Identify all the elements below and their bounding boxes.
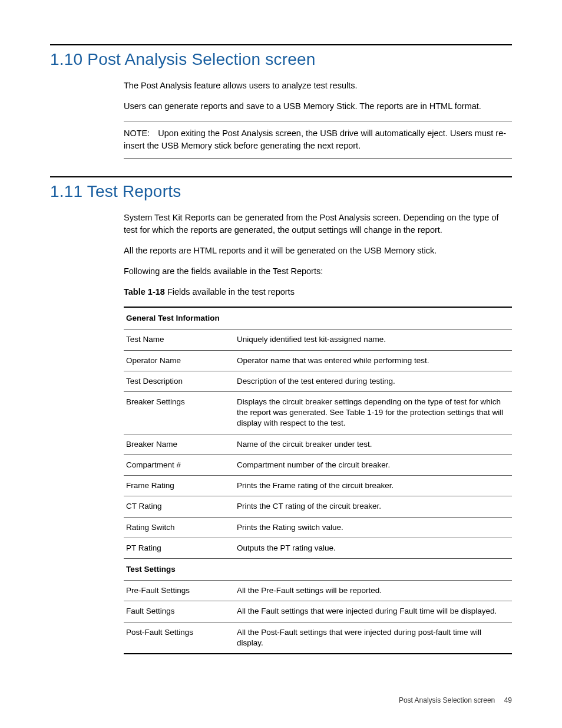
footer-page-number: 49: [504, 696, 512, 704]
field-label: Test Name: [124, 330, 234, 350]
table-caption-text: Fields available in the test reports: [165, 287, 295, 297]
field-label: Pre-Fault Settings: [124, 581, 234, 601]
field-label: Rating Switch: [124, 517, 234, 538]
table-row: Test Description Description of the test…: [124, 371, 512, 391]
table-row: Breaker Name Name of the circuit breaker…: [124, 434, 512, 454]
field-desc: All the Post-Fault settings that were in…: [234, 622, 512, 654]
table-row: Compartment # Compartment number of the …: [124, 454, 512, 475]
note-box: NOTE:Upon exiting the Post Analysis scre…: [124, 121, 512, 159]
fields-table: General Test Information Test Name Uniqu…: [124, 307, 512, 654]
table-section-header: General Test Information: [124, 307, 512, 330]
field-label: PT Rating: [124, 538, 234, 558]
table-number: Table 1-18: [124, 287, 165, 297]
field-desc: Outputs the PT rating value.: [234, 538, 512, 558]
field-desc: Prints the CT rating of the circuit brea…: [234, 496, 512, 517]
field-label: Operator Name: [124, 350, 234, 371]
section-heading-1-11: 1.11 Test Reports: [50, 182, 512, 201]
paragraph: All the reports are HTML reports and it …: [124, 245, 512, 257]
table-row: Frame Rating Prints the Frame rating of …: [124, 476, 512, 496]
section-rule: [50, 176, 512, 177]
field-label: Test Description: [124, 371, 234, 391]
table-row: Breaker Settings Displays the circuit br…: [124, 392, 512, 434]
paragraph: The Post Analysis feature allows users t…: [124, 80, 512, 92]
field-label: Compartment #: [124, 454, 234, 475]
paragraph: Users can generate reports and save to a…: [124, 100, 512, 113]
field-desc: All the Fault settings that were injecte…: [234, 601, 512, 622]
table-row: Post-Fault Settings All the Post-Fault s…: [124, 622, 512, 654]
table-section-header-cell: Test Settings: [124, 558, 512, 580]
table-caption: Table 1-18 Fields available in the test …: [124, 286, 512, 298]
field-label: Fault Settings: [124, 601, 234, 622]
table-row: PT Rating Outputs the PT rating value.: [124, 538, 512, 558]
field-desc: Prints the Rating switch value.: [234, 517, 512, 538]
document-page: 1.10 Post Analysis Selection screen The …: [0, 0, 562, 728]
field-desc: Prints the Frame rating of the circuit b…: [234, 476, 512, 496]
page-footer: Post Analysis Selection screen 49: [399, 696, 512, 704]
table-row: Rating Switch Prints the Rating switch v…: [124, 517, 512, 538]
table-section-header: Test Settings: [124, 558, 512, 580]
field-desc: Name of the circuit breaker under test.: [234, 434, 512, 454]
field-desc: Description of the test entered during t…: [234, 371, 512, 391]
note-body: Upon exiting the Post Analysis screen, t…: [124, 129, 506, 150]
paragraph: Following are the fields available in th…: [124, 265, 512, 278]
footer-title: Post Analysis Selection screen: [399, 696, 495, 704]
field-label: Frame Rating: [124, 476, 234, 496]
table-row: Fault Settings All the Fault settings th…: [124, 601, 512, 622]
field-desc: All the Pre-Fault settings will be repor…: [234, 581, 512, 601]
field-label: Post-Fault Settings: [124, 622, 234, 654]
field-label: Breaker Name: [124, 434, 234, 454]
field-label: Breaker Settings: [124, 392, 234, 434]
section-1-10-body: The Post Analysis feature allows users t…: [124, 80, 512, 159]
note-label: NOTE:: [124, 127, 150, 140]
table-row: Operator Name Operator name that was ent…: [124, 350, 512, 371]
field-desc: Operator name that was entered while per…: [234, 350, 512, 371]
note-text: NOTE:Upon exiting the Post Analysis scre…: [124, 127, 512, 152]
paragraph: System Test Kit Reports can be generated…: [124, 212, 512, 236]
field-desc: Compartment number of the circuit breake…: [234, 454, 512, 475]
field-desc: Uniquely identified test kit-assigned na…: [234, 330, 512, 350]
section-1-11-body: System Test Kit Reports can be generated…: [124, 212, 512, 654]
section-heading-1-10: 1.10 Post Analysis Selection screen: [50, 50, 512, 69]
table-section-header-cell: General Test Information: [124, 307, 512, 330]
section-rule: [50, 44, 512, 45]
table-row: CT Rating Prints the CT rating of the ci…: [124, 496, 512, 517]
field-label: CT Rating: [124, 496, 234, 517]
table-row: Test Name Uniquely identified test kit-a…: [124, 330, 512, 350]
table-row: Pre-Fault Settings All the Pre-Fault set…: [124, 581, 512, 601]
field-desc: Displays the circuit breaker settings de…: [234, 392, 512, 434]
